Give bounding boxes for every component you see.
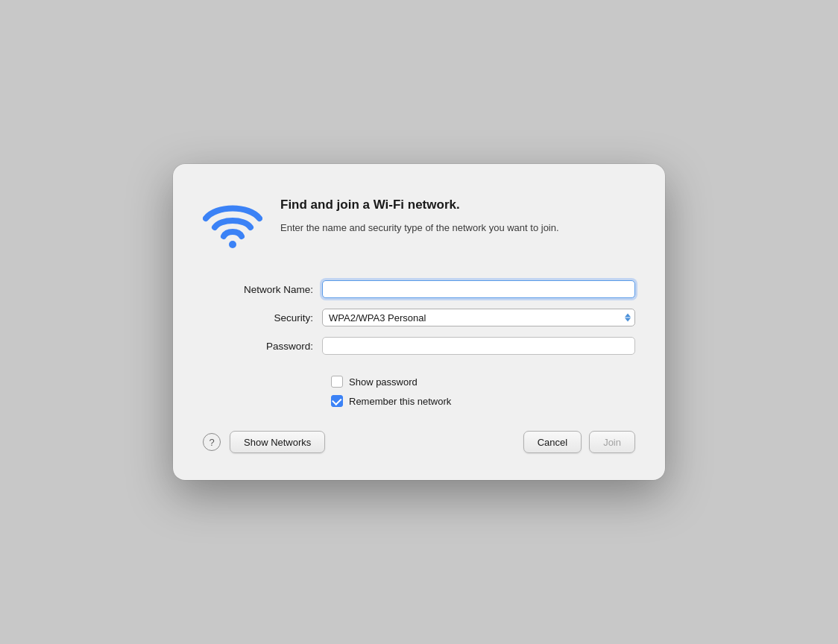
footer-left: ? Show Networks bbox=[203, 431, 325, 453]
security-label: Security: bbox=[203, 312, 322, 323]
security-select-wrapper: None WEP WPA Personal WPA2 Personal WPA2… bbox=[322, 309, 635, 326]
join-button[interactable]: Join bbox=[589, 431, 635, 453]
help-button[interactable]: ? bbox=[203, 433, 221, 451]
show-password-label[interactable]: Show password bbox=[349, 376, 418, 388]
header-text: Find and join a Wi-Fi network. Enter the… bbox=[280, 194, 635, 236]
wifi-join-dialog: Find and join a Wi-Fi network. Enter the… bbox=[173, 164, 665, 480]
footer-right: Cancel Join bbox=[523, 431, 635, 453]
password-label: Password: bbox=[203, 341, 322, 352]
svg-point-0 bbox=[229, 241, 236, 248]
security-row: Security: None WEP WPA Personal WPA2 Per… bbox=[203, 309, 635, 326]
network-name-row: Network Name: bbox=[203, 280, 635, 298]
security-select[interactable]: None WEP WPA Personal WPA2 Personal WPA2… bbox=[322, 309, 635, 326]
show-password-checkbox[interactable] bbox=[331, 376, 343, 388]
cancel-button[interactable]: Cancel bbox=[523, 431, 582, 453]
dialog-header: Find and join a Wi-Fi network. Enter the… bbox=[203, 194, 635, 253]
dialog-title: Find and join a Wi-Fi network. bbox=[280, 197, 635, 213]
wifi-icon bbox=[203, 198, 262, 250]
show-networks-button[interactable]: Show Networks bbox=[230, 431, 325, 453]
wifi-icon-container bbox=[203, 194, 262, 253]
remember-network-label[interactable]: Remember this network bbox=[349, 396, 451, 407]
network-name-label: Network Name: bbox=[203, 284, 322, 295]
checkbox-section: Show password Remember this network bbox=[331, 376, 635, 407]
network-name-input[interactable] bbox=[322, 280, 635, 298]
footer-section: ? Show Networks Cancel Join bbox=[203, 431, 635, 453]
form-section: Network Name: Security: None WEP WPA Per… bbox=[203, 280, 635, 355]
show-password-row: Show password bbox=[331, 376, 635, 388]
remember-network-row: Remember this network bbox=[331, 395, 635, 407]
dialog-subtitle: Enter the name and security type of the … bbox=[280, 221, 635, 236]
password-row: Password: bbox=[203, 337, 635, 355]
password-input[interactable] bbox=[322, 337, 635, 355]
remember-network-checkbox[interactable] bbox=[331, 395, 343, 407]
